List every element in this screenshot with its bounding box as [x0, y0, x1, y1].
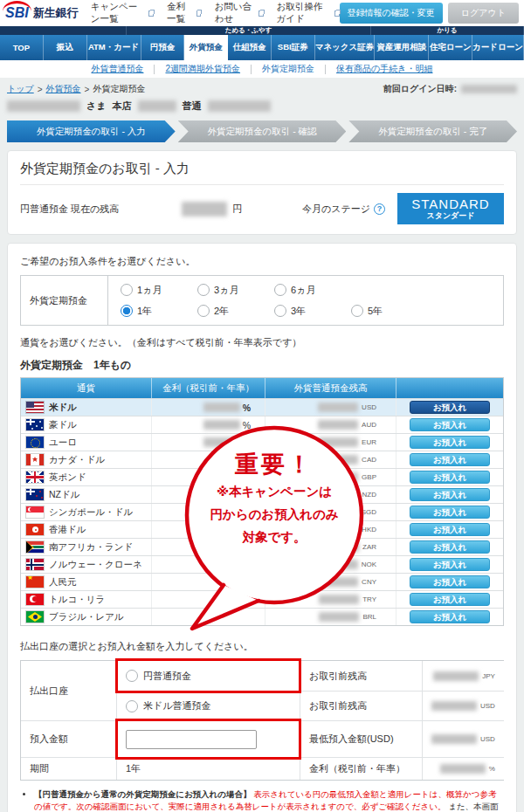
deposit-button-hkd[interactable]: お預入れ — [410, 523, 490, 536]
term-option-5year[interactable]: 5年 — [351, 305, 428, 318]
deposit-button-try[interactable]: お預入れ — [410, 593, 490, 606]
term-option-6month[interactable]: 6ヵ月 — [274, 284, 351, 297]
balance-redacted — [318, 525, 358, 534]
currency-table-header: 通貨 金利（税引前・年率） 外貨普通預金残高 — [21, 378, 503, 398]
page-title: 外貨定期預金のお取引 - 入力 — [20, 161, 504, 185]
bank-name: 新生銀行 — [33, 5, 79, 21]
transaction-card: ご希望のお預入条件をお選びください。 外貨定期預金 1ヵ月 3ヵ月 6ヵ月 1年… — [7, 243, 517, 812]
external-link-icon — [148, 10, 154, 17]
bank-logo: SBI 新生銀行 — [5, 5, 79, 21]
radio-checked-icon[interactable] — [121, 305, 133, 317]
currency-row-brl: ブラジル・レアル BRL お預入れ — [21, 608, 503, 625]
deposit-button-cad[interactable]: お預入れ — [410, 453, 490, 466]
aud-flag-icon — [26, 419, 44, 430]
deposit-button-nok[interactable]: お預入れ — [410, 558, 490, 571]
radio-icon[interactable] — [351, 305, 363, 317]
deposit-button-eur[interactable]: お預入れ — [410, 436, 490, 449]
deposit-button-aud[interactable]: お預入れ — [410, 418, 490, 431]
balance-label: 円普通預金 現在の残高 — [20, 203, 119, 216]
external-link-icon — [259, 10, 264, 17]
radio-icon[interactable] — [121, 284, 133, 296]
currency-row-gbp: 英ポンド GBP お預入れ — [21, 468, 503, 485]
nzd-flag-icon — [26, 489, 44, 500]
usd-flag-icon — [26, 402, 44, 413]
register-info-button[interactable]: 登録情報の確認・変更 — [340, 3, 443, 24]
radio-icon[interactable] — [197, 284, 210, 296]
balance-redacted — [318, 507, 358, 517]
term-option-3year[interactable]: 3年 — [274, 305, 351, 318]
currency-table: 通貨 金利（税引前・年率） 外貨普通預金残高 米ドル % USD お預入れ 豪ド… — [20, 377, 504, 626]
payout-option-usd[interactable]: 米ドル普通預金 — [126, 699, 211, 712]
subnav-two-week[interactable]: 2週間満期外貨預金 — [165, 63, 240, 75]
currency-row-sgd: シンガポール・ドル SGD お預入れ — [21, 503, 503, 520]
deposit-button-nzd[interactable]: お預入れ — [410, 488, 490, 501]
contact-link[interactable]: お問い合わせ — [214, 1, 263, 25]
payout-table: 払出口座 円普通預金 お取引前残高 JPY 米ドル普通預金 お取引前残高 USD… — [20, 660, 504, 781]
tab-foreign-deposit[interactable]: 外貨預金 — [184, 35, 228, 60]
guide-link[interactable]: お取引操作ガイド — [277, 1, 340, 25]
tab-asset-consulting[interactable]: 資産運用相談 — [375, 35, 429, 60]
subnav-holdings[interactable]: 保有商品の手続き・明細 — [336, 63, 432, 75]
campaign-list-link[interactable]: キャンペーン一覧 — [91, 1, 154, 25]
divider — [251, 65, 252, 74]
balance-value-redacted — [182, 202, 227, 217]
deposit-button-brl[interactable]: お預入れ — [410, 610, 490, 623]
deposit-button-gbp[interactable]: お預入れ — [410, 471, 490, 484]
deposit-button-cny[interactable]: お預入れ — [410, 575, 490, 588]
term-option-1month[interactable]: 1ヵ月 — [121, 284, 197, 297]
top-header: SBI 新生銀行 キャンペーン一覧 金利一覧 お問い合わせ お取引操作ガイド 登… — [0, 0, 524, 26]
logout-button[interactable]: ログアウト — [448, 3, 519, 24]
breadcrumb-parent[interactable]: 外貨預金 — [46, 83, 81, 95]
tab-atm-card[interactable]: ATM・カード — [87, 35, 141, 60]
tab-structured-deposit[interactable]: 仕組預金 — [228, 35, 272, 60]
nok-flag-icon — [26, 559, 44, 570]
help-icon[interactable]: ? — [374, 203, 385, 215]
balance-redacted — [318, 437, 358, 447]
radio-icon[interactable] — [274, 284, 286, 296]
balance-redacted — [318, 455, 358, 464]
breadcrumb-current: 外貨定期預金 — [93, 83, 145, 95]
tab-card-loan[interactable]: カードローン — [472, 35, 524, 60]
balance-redacted — [318, 403, 358, 412]
external-link-icon — [334, 10, 340, 17]
term-option-2year[interactable]: 2年 — [197, 305, 274, 318]
step-complete: 外貨定期預金の取引 - 完了 — [348, 120, 517, 142]
deposit-button-usd[interactable]: お預入れ — [410, 401, 490, 414]
sub-nav: 外貨普通預金 2週間満期外貨預金 外貨定期預金 保有商品の手続き・明細 — [0, 60, 524, 78]
term-option-3month[interactable]: 3ヵ月 — [197, 284, 274, 297]
tab-top[interactable]: TOP — [0, 35, 44, 60]
radio-icon[interactable] — [274, 305, 286, 317]
subnav-foreign-ordinary[interactable]: 外貨普通預金 — [91, 63, 143, 75]
cad-flag-icon — [26, 454, 44, 465]
page-content: トップ > 外貨預金 > 外貨定期預金 前回ログイン日時: さま 本店 普通 外… — [0, 78, 524, 812]
payout-option-jpy-cell: 円普通預金 — [117, 661, 300, 691]
currency-row-nok: ノルウェー・クローネ NOK お預入れ — [21, 555, 503, 573]
term-option-1year[interactable]: 1年 — [121, 305, 197, 318]
tab-monex[interactable]: マネックス証券 — [315, 35, 376, 60]
currency-row-try: トルコ・リラ TRY お預入れ — [21, 590, 503, 608]
rates-list-link[interactable]: 金利一覧 — [167, 1, 201, 25]
deposit-button-sgd[interactable]: お預入れ — [410, 506, 490, 519]
zar-flag-icon — [26, 541, 44, 553]
tab-sbi-securities[interactable]: SBI証券 — [272, 35, 315, 60]
nav-group-save: ためる・ふやす — [127, 26, 371, 35]
radio-icon[interactable] — [197, 305, 210, 317]
rate-label: 金利（税引前・年率） — [300, 757, 423, 780]
radio-icon[interactable] — [126, 670, 138, 682]
amount-input-cell — [117, 720, 300, 757]
tab-transfer[interactable]: 振込 — [44, 35, 87, 60]
radio-icon[interactable] — [126, 700, 138, 712]
utility-links: キャンペーン一覧 金利一覧 お問い合わせ お取引操作ガイド — [91, 1, 340, 25]
payout-option-jpy[interactable]: 円普通預金 — [126, 670, 191, 683]
tab-yen-deposit[interactable]: 円預金 — [141, 35, 185, 60]
tab-home-loan[interactable]: 住宅ローン — [429, 35, 472, 60]
deposit-amount-input[interactable] — [126, 730, 257, 749]
balance-redacted — [319, 490, 359, 499]
currency-row-usd: 米ドル % USD お預入れ — [21, 398, 503, 416]
last-login: 前回ログイン日時: — [383, 83, 517, 95]
footnote-heading: 【円普通預金から通常の外貨定期預金にお預入れの場合】 — [34, 789, 252, 799]
subnav-foreign-time[interactable]: 外貨定期預金 — [262, 63, 314, 75]
cny-flag-icon — [26, 576, 44, 588]
breadcrumb-home[interactable]: トップ — [7, 83, 34, 95]
deposit-button-zar[interactable]: お預入れ — [410, 540, 490, 554]
